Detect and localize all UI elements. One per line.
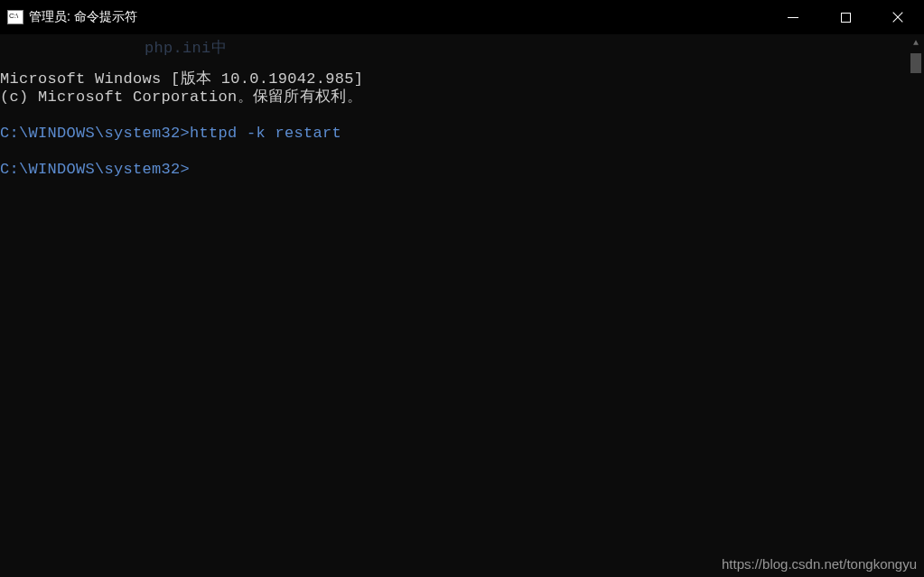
- close-button[interactable]: [872, 0, 924, 34]
- vertical-scrollbar[interactable]: ▲: [908, 34, 924, 577]
- prompt-line-1: C:\WINDOWS\system32>httpd -k restart: [0, 125, 341, 143]
- watermark-text: https://blog.csdn.net/tongkongyu: [722, 556, 917, 572]
- terminal-output[interactable]: php.ini中 Microsoft Windows [版本 10.0.1904…: [0, 34, 924, 577]
- scrollbar-up-arrow-icon[interactable]: ▲: [908, 34, 924, 51]
- minimize-icon: [788, 17, 798, 18]
- cmd-icon: [7, 10, 23, 24]
- minimize-button[interactable]: [767, 0, 819, 34]
- command-1: httpd -k restart: [190, 125, 341, 142]
- window-controls: [767, 0, 924, 34]
- window-titlebar: 管理员: 命令提示符: [0, 0, 924, 34]
- scrollbar-thumb[interactable]: [910, 53, 921, 73]
- prompt-line-2: C:\WINDOWS\system32>: [0, 161, 190, 179]
- maximize-button[interactable]: [819, 0, 872, 34]
- background-hint-text: php.ini中: [145, 40, 227, 58]
- prompt-path-1: C:\WINDOWS\system32>: [0, 125, 190, 142]
- maximize-icon: [841, 13, 851, 23]
- window-title: 管理员: 命令提示符: [29, 9, 137, 25]
- titlebar-left: 管理员: 命令提示符: [7, 9, 137, 25]
- close-icon: [892, 12, 903, 23]
- prompt-path-2: C:\WINDOWS\system32>: [0, 161, 190, 178]
- copyright-line: (c) Microsoft Corporation。保留所有权利。: [0, 88, 362, 107]
- version-line: Microsoft Windows [版本 10.0.19042.985]: [0, 70, 363, 88]
